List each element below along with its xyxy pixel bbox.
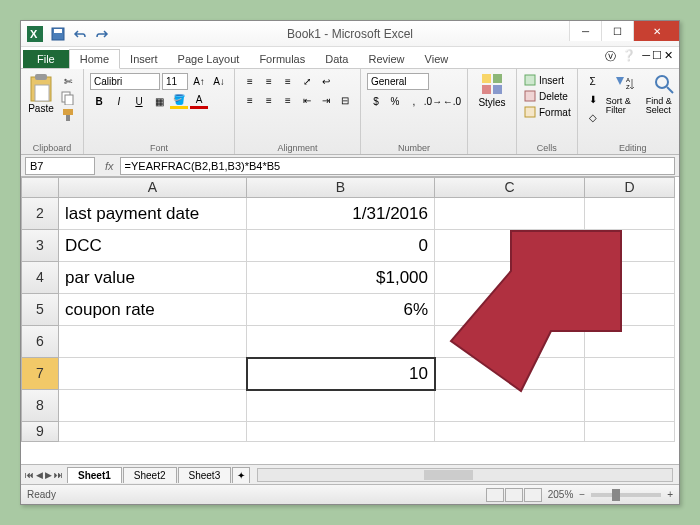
tab-nav-prev-icon[interactable]: ◀ [36,470,43,480]
fill-icon[interactable]: ⬇ [584,91,602,107]
tab-nav-next-icon[interactable]: ▶ [45,470,52,480]
column-header-c[interactable]: C [435,177,585,198]
row-header-5[interactable]: 5 [21,294,59,326]
fill-color-icon[interactable]: 🪣 [170,93,188,109]
clear-icon[interactable]: ◇ [584,109,602,125]
tab-review[interactable]: Review [358,50,414,68]
cell-d3[interactable] [585,230,675,262]
orientation-icon[interactable]: ⤢ [298,73,316,89]
tab-file[interactable]: File [23,50,69,68]
paste-button[interactable]: Paste [27,73,55,114]
format-painter-icon[interactable] [59,107,77,123]
cell-b7[interactable]: 10 [247,358,435,390]
row-header-6[interactable]: 6 [21,326,59,358]
align-bottom-icon[interactable]: ≡ [279,73,297,89]
cell-a4[interactable]: par value [59,262,247,294]
window-restore-icon[interactable]: ☐ [652,49,662,64]
cell-b3[interactable]: 0 [247,230,435,262]
column-header-b[interactable]: B [247,177,435,198]
new-sheet-icon[interactable]: ✦ [232,467,250,483]
minimize-ribbon-icon[interactable]: ⓥ [605,49,616,64]
redo-icon[interactable] [93,25,111,43]
format-cells-button[interactable]: Format [523,105,571,119]
percent-icon[interactable]: % [386,93,404,109]
cell-a6[interactable] [59,326,247,358]
zoom-out-button[interactable]: − [579,489,585,500]
help-icon[interactable]: ❔ [622,49,636,64]
cell-c9[interactable] [435,422,585,442]
cell-a8[interactable] [59,390,247,422]
zoom-level[interactable]: 205% [548,489,574,500]
column-header-a[interactable]: A [59,177,247,198]
tab-home[interactable]: Home [69,49,120,69]
cell-a9[interactable] [59,422,247,442]
decrease-indent-icon[interactable]: ⇤ [298,92,316,108]
fx-button[interactable]: fx [105,160,114,172]
cell-b8[interactable] [247,390,435,422]
page-layout-view-icon[interactable] [505,488,523,502]
cell-c6[interactable] [435,326,585,358]
normal-view-icon[interactable] [486,488,504,502]
row-header-7[interactable]: 7 [21,358,59,390]
cell-styles-button[interactable]: Styles [474,73,510,108]
copy-icon[interactable] [59,90,77,106]
undo-icon[interactable] [71,25,89,43]
row-header-4[interactable]: 4 [21,262,59,294]
name-box[interactable]: B7 [25,157,95,175]
cell-b5[interactable]: 6% [247,294,435,326]
cell-b6[interactable] [247,326,435,358]
decrease-decimal-icon[interactable]: ←.0 [443,93,461,109]
italic-button[interactable]: I [110,93,128,109]
wrap-text-icon[interactable]: ↩ [317,73,335,89]
tab-nav-first-icon[interactable]: ⏮ [25,470,34,480]
cell-d4[interactable] [585,262,675,294]
cell-c7[interactable] [435,358,585,390]
bold-button[interactable]: B [90,93,108,109]
window-minimize-icon[interactable]: ─ [642,49,650,64]
tab-insert[interactable]: Insert [120,50,168,68]
borders-icon[interactable]: ▦ [150,93,168,109]
align-center-icon[interactable]: ≡ [260,92,278,108]
zoom-in-button[interactable]: + [667,489,673,500]
cell-b9[interactable] [247,422,435,442]
row-header-3[interactable]: 3 [21,230,59,262]
cell-c3[interactable] [435,230,585,262]
find-select-button[interactable]: Find & Select [646,73,682,115]
sheet-tab-3[interactable]: Sheet3 [178,467,232,483]
cell-a7[interactable] [59,358,247,390]
sheet-tab-2[interactable]: Sheet2 [123,467,177,483]
tab-page-layout[interactable]: Page Layout [168,50,250,68]
tab-view[interactable]: View [415,50,459,68]
cell-c5[interactable] [435,294,585,326]
column-header-d[interactable]: D [585,177,675,198]
underline-button[interactable]: U [130,93,148,109]
font-name-input[interactable]: Calibri [90,73,160,90]
delete-cells-button[interactable]: Delete [523,89,568,103]
align-top-icon[interactable]: ≡ [241,73,259,89]
maximize-button[interactable]: ☐ [601,21,633,41]
increase-font-icon[interactable]: A↑ [190,74,208,90]
horizontal-scrollbar[interactable] [257,468,673,482]
cell-d9[interactable] [585,422,675,442]
tab-nav-last-icon[interactable]: ⏭ [54,470,63,480]
align-right-icon[interactable]: ≡ [279,92,297,108]
cell-c4[interactable] [435,262,585,294]
number-format-select[interactable]: General [367,73,429,90]
cell-c2[interactable] [435,198,585,230]
sort-filter-button[interactable]: AZ Sort & Filter [606,73,642,115]
cell-b2[interactable]: 1/31/2016 [247,198,435,230]
row-header-8[interactable]: 8 [21,390,59,422]
tab-data[interactable]: Data [315,50,358,68]
decrease-font-icon[interactable]: A↓ [210,74,228,90]
increase-indent-icon[interactable]: ⇥ [317,92,335,108]
merge-center-icon[interactable]: ⊟ [336,92,354,108]
cell-a3[interactable]: DCC [59,230,247,262]
cell-d7[interactable] [585,358,675,390]
sheet-tab-1[interactable]: Sheet1 [67,467,122,483]
page-break-view-icon[interactable] [524,488,542,502]
tab-formulas[interactable]: Formulas [249,50,315,68]
font-size-input[interactable]: 11 [162,73,188,90]
cut-icon[interactable]: ✄ [59,73,77,89]
minimize-button[interactable]: ─ [569,21,601,41]
cell-b4[interactable]: $1,000 [247,262,435,294]
